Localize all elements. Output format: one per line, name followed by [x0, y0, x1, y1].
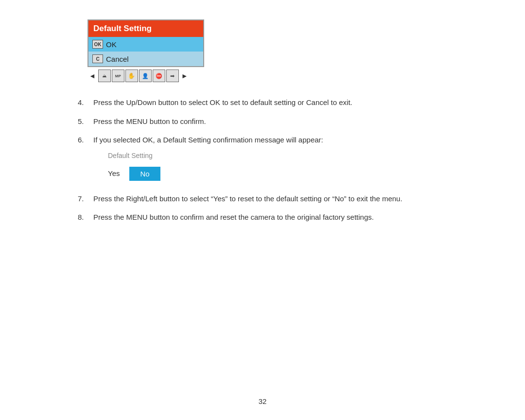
step-5-text: Press the MENU button to confirm.: [93, 116, 206, 127]
camera-ui-section: Default Setting OK OK C Cancel ◄ ⛰ MP ✋: [88, 19, 447, 84]
icon-btn-hand[interactable]: ✋: [125, 70, 138, 82]
steps-list: 4. Press the Up/Down button to select OK…: [78, 97, 447, 223]
step-6: 6. If you selected OK, a Default Setting…: [78, 135, 447, 186]
left-arrow-icon: ◄: [88, 72, 97, 80]
step-8: 8. Press the MENU button to confirm and …: [78, 212, 447, 223]
step-7-text: Press the Right/Left button to select “Y…: [93, 193, 402, 205]
step-5-num: 5.: [78, 116, 88, 127]
icon-btn-person[interactable]: 👤: [139, 70, 152, 82]
page-content: Default Setting OK OK C Cancel ◄ ⛰ MP ✋: [0, 0, 525, 250]
icon-bar: ◄ ⛰ MP ✋ 👤 ⛔ ➡ ►: [88, 68, 190, 84]
confirm-dialog: Default Setting Yes No: [108, 151, 323, 181]
step-5: 5. Press the MENU button to confirm.: [78, 116, 447, 127]
icon-btn-no[interactable]: ⛔: [153, 70, 165, 82]
step-8-text: Press the MENU button to confirm and res…: [93, 212, 374, 223]
step-4: 4. Press the Up/Down button to select OK…: [78, 97, 447, 108]
confirm-dialog-title: Default Setting: [108, 151, 323, 161]
menu-item-ok[interactable]: OK OK: [88, 37, 203, 52]
step-7: 7. Press the Right/Left button to select…: [78, 193, 447, 205]
confirm-buttons: Yes No: [108, 167, 323, 181]
ok-label: OK: [106, 40, 117, 49]
step-6-num: 6.: [78, 135, 88, 186]
cancel-icon: C: [92, 54, 103, 63]
right-arrow-icon: ►: [180, 72, 190, 80]
menu-title: Default Setting: [88, 20, 203, 37]
step-8-num: 8.: [78, 212, 88, 223]
ok-icon: OK: [92, 40, 103, 49]
menu-box: Default Setting OK OK C Cancel: [88, 19, 204, 67]
cancel-label: Cancel: [106, 55, 129, 63]
step-4-text: Press the Up/Down button to select OK to…: [93, 97, 352, 108]
icon-btn-arrow[interactable]: ➡: [166, 70, 179, 82]
step-4-num: 4.: [78, 97, 88, 108]
confirm-no-button[interactable]: No: [129, 167, 160, 181]
menu-item-cancel[interactable]: C Cancel: [88, 52, 203, 66]
step-6-text: If you selected OK, a Default Setting co…: [93, 136, 323, 144]
icon-btn-scene[interactable]: ⛰: [98, 70, 111, 82]
step-7-num: 7.: [78, 193, 88, 205]
page-number: 32: [259, 397, 267, 405]
icon-btn-mp[interactable]: MP: [112, 70, 124, 82]
confirm-yes-label: Yes: [108, 168, 120, 179]
